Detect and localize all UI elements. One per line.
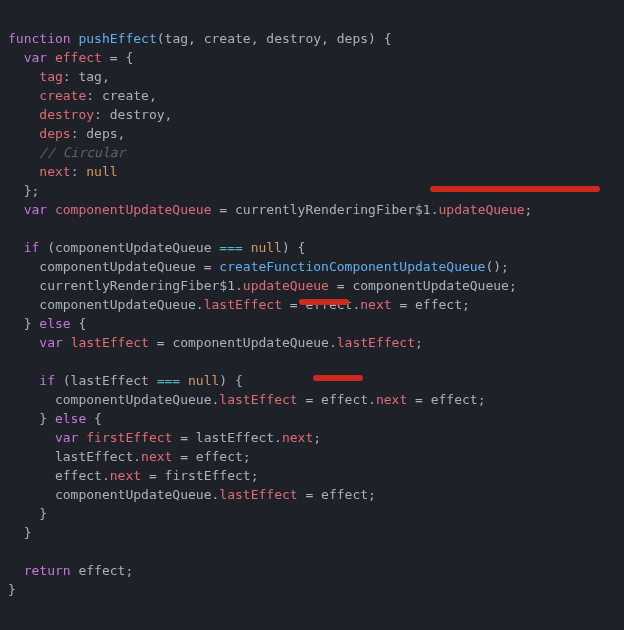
code-line: effect.next = firstEffect; <box>8 468 258 483</box>
code-line <box>8 354 16 369</box>
code-line <box>8 544 16 559</box>
code-line: next: null <box>8 164 118 179</box>
code-line: componentUpdateQueue.lastEffect = effect… <box>8 392 486 407</box>
code-line: return effect; <box>8 563 133 578</box>
code-line: // Circular <box>8 145 125 160</box>
code-line: tag: tag, <box>8 69 110 84</box>
code-line: componentUpdateQueue = createFunctionCom… <box>8 259 509 274</box>
code-editor: function pushEffect(tag, create, destroy… <box>0 0 624 630</box>
code-line: var componentUpdateQueue = currentlyRend… <box>8 202 532 217</box>
code-line: destroy: destroy, <box>8 107 172 122</box>
code-line: currentlyRenderingFiber$1.updateQueue = … <box>8 278 517 293</box>
code-line <box>8 221 16 236</box>
code-line: } <box>8 506 47 521</box>
code-line: deps: deps, <box>8 126 125 141</box>
code-line: componentUpdateQueue.lastEffect = effect… <box>8 297 470 312</box>
code-line: lastEffect.next = effect; <box>8 449 251 464</box>
code-line: create: create, <box>8 88 157 103</box>
annotation-underline <box>299 299 349 305</box>
code-line: var lastEffect = componentUpdateQueue.la… <box>8 335 423 350</box>
code-line: } else { <box>8 316 86 331</box>
code-line: } <box>8 582 16 597</box>
code-line: } else { <box>8 411 102 426</box>
annotation-underline <box>430 186 600 192</box>
code-line: }; <box>8 183 39 198</box>
code-line: if (lastEffect === null) { <box>8 373 243 388</box>
code-line: } <box>8 525 31 540</box>
code-line: function pushEffect(tag, create, destroy… <box>8 31 392 46</box>
annotation-underline <box>313 375 363 381</box>
code-line: if (componentUpdateQueue === null) { <box>8 240 305 255</box>
code-line: var firstEffect = lastEffect.next; <box>8 430 321 445</box>
code-line: var effect = { <box>8 50 133 65</box>
code-line: componentUpdateQueue.lastEffect = effect… <box>8 487 376 502</box>
